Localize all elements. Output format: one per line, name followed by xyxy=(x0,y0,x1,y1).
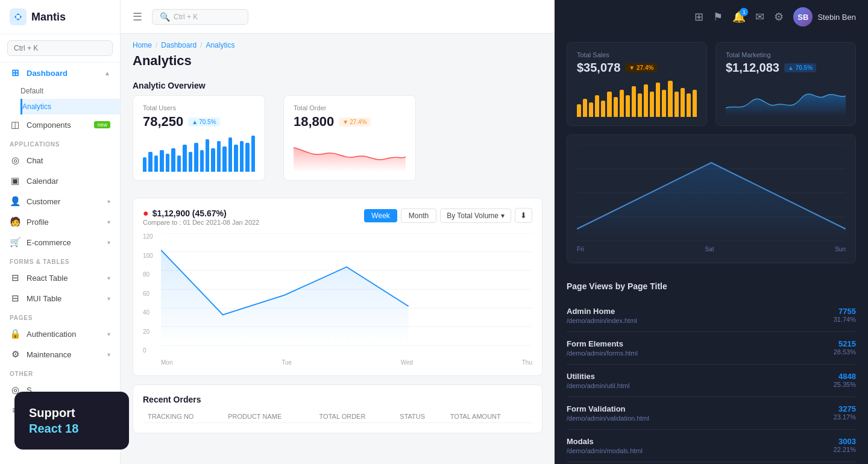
volume-button[interactable]: By Total Volume ▾ xyxy=(440,208,511,223)
bar xyxy=(620,90,624,117)
sidebar-item-label: Calendar xyxy=(27,177,110,186)
card-value-row: 18,800 ▼ 27.4% xyxy=(294,114,406,130)
grid-icon[interactable]: ⊞ xyxy=(694,10,703,24)
chevron-down-icon: ▾ xyxy=(107,351,110,358)
pv-count: 3003 xyxy=(834,437,856,446)
pv-url: /demo/admin/validation.html xyxy=(567,415,649,422)
bar xyxy=(251,136,255,172)
income-compare: Compare to : 01 Dec 2021-08 Jan 2022 xyxy=(143,219,259,226)
calendar-icon: ▣ xyxy=(10,175,20,186)
col-total-amount: TOTAL AMOUNT xyxy=(445,410,532,423)
sidebar-item-react-table[interactable]: ⊟ React Table ▾ xyxy=(0,268,120,288)
pv-pct: 22.21% xyxy=(834,446,856,453)
search-input[interactable] xyxy=(7,40,113,56)
pv-pct: 23.17% xyxy=(834,413,856,421)
bar xyxy=(222,146,226,172)
pages-section-label: Pages xyxy=(0,309,120,324)
breadcrumb-dashboard[interactable]: Dashboard xyxy=(161,41,197,49)
logo-text: Mantis xyxy=(31,11,66,24)
pv-name: Form Elements xyxy=(567,339,638,348)
card-label: Total Users xyxy=(143,104,255,111)
left-header: ☰ 🔍 Ctrl + K xyxy=(121,0,555,34)
search-bar[interactable]: 🔍 Ctrl + K xyxy=(152,9,248,25)
sidebar-item-chat[interactable]: ◎ Chat xyxy=(0,150,120,171)
mui-table-icon: ⊟ xyxy=(10,293,20,304)
dark-card-marketing: Total Marketing $1,12,083 ▲ 70.5% xyxy=(715,42,856,126)
sidebar-item-profile[interactable]: 🧑 Profile ▾ xyxy=(0,212,120,232)
user-info[interactable]: SB Stebin Ben xyxy=(793,7,856,27)
settings-icon[interactable]: ⚙ xyxy=(774,10,784,24)
sidebar-item-calendar[interactable]: ▣ Calendar xyxy=(0,171,120,191)
month-button[interactable]: Month xyxy=(401,208,436,223)
col-total-order: TOTAL ORDER xyxy=(315,410,395,423)
sidebar-item-components[interactable]: ◫ Components new xyxy=(0,114,120,135)
pv-stat: 3275 23.17% xyxy=(834,404,856,421)
dashboard-icon: ⊞ xyxy=(10,67,20,78)
sidebar-item-label: Dashboard xyxy=(27,69,98,78)
page-view-row: Utilities /demo/admin/util.html 4848 25.… xyxy=(567,365,856,397)
pv-info: Form Elements /demo/admin/forms.html xyxy=(567,339,638,357)
card-badge-down: ▼ 27.4% xyxy=(339,118,370,127)
chevron-down-icon: ▾ xyxy=(107,219,110,225)
maintenance-icon: ⚙ xyxy=(10,349,20,360)
chevron-down-icon: ▾ xyxy=(107,198,110,205)
pv-pct: 25.35% xyxy=(834,381,856,388)
right-panel: Total Sales $35,078 ▼ 27.4% xyxy=(555,34,868,464)
pv-name: Admin Home xyxy=(567,307,637,316)
download-button[interactable]: ⬇ xyxy=(515,208,532,223)
notification-icon[interactable]: 🔔 1 xyxy=(732,10,746,24)
sidebar-item-label: Chat xyxy=(27,156,110,165)
bar xyxy=(183,145,186,172)
bar xyxy=(656,83,660,117)
pv-count: 4848 xyxy=(834,372,856,381)
bar xyxy=(143,157,146,172)
flag-icon[interactable]: ⚑ xyxy=(713,10,723,24)
week-button[interactable]: Week xyxy=(364,209,397,222)
sidebar-item-dashboard[interactable]: ⊞ Dashboard ▲ xyxy=(0,63,120,83)
card-value: 18,800 xyxy=(294,114,334,130)
bar xyxy=(160,150,163,172)
sidebar-item-default[interactable]: Default xyxy=(20,83,120,99)
chat-icon: ◎ xyxy=(10,155,20,166)
pv-pct: 31.74% xyxy=(834,316,856,323)
breadcrumb-home[interactable]: Home xyxy=(133,41,152,49)
sidebar-item-maintenance[interactable]: ⚙ Maintenance ▾ xyxy=(0,344,120,365)
bar xyxy=(166,154,169,172)
arrow-down-icon: ▼ xyxy=(342,119,348,125)
arrow-up-icon: ▲ xyxy=(192,119,198,125)
dark-badge: ▼ 27.4% xyxy=(625,63,657,72)
dark-x-labels: Fri Sat Sun xyxy=(577,246,846,252)
applications-section-label: Applications xyxy=(0,135,120,150)
user-avatar: SB xyxy=(793,7,813,27)
content-split: Home / Dashboard / Analytics Analytics A… xyxy=(121,34,868,464)
sidebar-item-authentication[interactable]: 🔒 Authentication ▾ xyxy=(0,324,120,344)
dark-income-chart: Fri Sat Sun xyxy=(567,134,856,263)
message-icon[interactable]: ✉ xyxy=(755,10,764,24)
sidebar-item-mui-table[interactable]: ⊟ MUI Table ▾ xyxy=(0,288,120,309)
pv-stat: 4848 25.35% xyxy=(834,372,856,388)
pv-name: Form Validation xyxy=(567,404,649,413)
page-views-section: Page Views by Page Title Admin Home /dem… xyxy=(555,272,868,464)
pv-pct: 28.53% xyxy=(834,348,856,356)
table-header-row: TRACKING NO PRODUCT NAME TOTAL ORDER STA… xyxy=(143,410,532,423)
card-value: $1,12,083 ▲ 70.5% xyxy=(726,61,846,75)
sidebar-item-customer[interactable]: 👤 Customer ▾ xyxy=(0,191,120,212)
bar xyxy=(668,81,672,117)
pv-info: Modals /demo/admin/modals.html xyxy=(567,437,643,454)
analytic-overview-title: Analytic Overview xyxy=(121,75,555,95)
pv-stat: 7755 31.74% xyxy=(834,307,856,323)
card-value-row: 78,250 ▲ 70.5% xyxy=(143,114,255,130)
dark-chart-area: Fri Sat Sun xyxy=(577,145,846,253)
support-react-popup[interactable]: Support React 18 xyxy=(14,392,129,450)
pv-url: /demo/admin/modals.html xyxy=(567,447,643,454)
menu-toggle-icon[interactable]: ☰ xyxy=(133,10,142,24)
sidebar-logo[interactable]: Mantis xyxy=(0,0,120,34)
sidebar-item-ecommerce[interactable]: 🛒 E-commerce ▾ xyxy=(0,232,120,252)
search-icon: 🔍 xyxy=(160,12,170,22)
sidebar-item-label: MUI Table xyxy=(27,294,101,303)
sidebar-item-label: Maintenance xyxy=(27,350,101,359)
sidebar-item-analytics[interactable]: Analytics xyxy=(20,99,120,114)
bar xyxy=(650,92,654,117)
dark-area-chart-marketing xyxy=(726,81,846,117)
sidebar-item-label: Customer xyxy=(27,197,101,206)
